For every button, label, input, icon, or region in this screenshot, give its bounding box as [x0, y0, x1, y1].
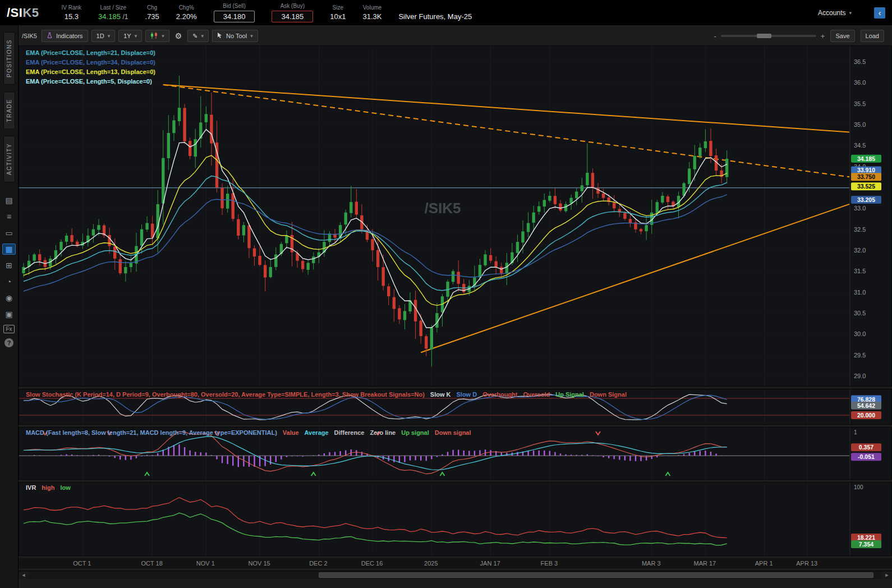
zoom-slider-thumb[interactable] [757, 34, 771, 38]
svg-text:30.0: 30.0 [854, 330, 866, 337]
macd-zeroline-label: Zero line [370, 429, 396, 436]
settings-button[interactable]: ⚙ [173, 30, 185, 42]
calendar-icon[interactable]: ▣ [2, 309, 16, 320]
chart-type-dropdown[interactable]: ▾ [145, 30, 169, 42]
overbought-label: Overbought [482, 391, 517, 398]
drawing-tools-dropdown[interactable]: ✎ ▾ [187, 30, 209, 42]
charts-icon[interactable]: ▦ [2, 244, 16, 255]
bid-button[interactable]: Bid (Sell) 34.180 [214, 3, 255, 22]
last-size-field: Last / Size 34.185 /1 [98, 4, 128, 21]
clock-icon[interactable]: ◔ [2, 276, 16, 287]
save-button[interactable]: Save [830, 30, 854, 42]
iv-rank-value: 15.3 [65, 12, 79, 21]
fx-icon[interactable]: Fx [3, 325, 15, 333]
main-body: POSITIONS TRADE ACTIVITY ▤ ≡ ▭ ▦ ⊞ ◔ ◉ ▣… [0, 25, 892, 588]
grid-icon[interactable]: ⊞ [2, 260, 16, 271]
ask-value[interactable]: 34.185 [272, 11, 313, 22]
load-button[interactable]: Load [861, 30, 884, 42]
svg-text:1: 1 [854, 429, 857, 435]
macd-pane[interactable]: 10.357-0.051 MACD (Fast length=8, Slow l… [19, 427, 892, 480]
zoom-in-button[interactable]: + [821, 32, 825, 40]
svg-text:33.205: 33.205 [857, 196, 875, 203]
macd-up-signal-label: Up signal [401, 429, 429, 436]
accounts-dropdown[interactable]: Accounts ▾ [818, 9, 852, 17]
iv-rank-label: IV Rank [62, 4, 82, 11]
down-signal-label: Down Signal [590, 391, 627, 398]
indicators-button[interactable]: Indicators [42, 30, 88, 42]
svg-text:31.5: 31.5 [854, 268, 866, 274]
timeframe-value: 1D [96, 33, 104, 39]
macd-average-label: Average [305, 429, 329, 436]
active-tool-label: No Tool [226, 33, 247, 39]
toolbar-right-group: - + Save Load [714, 30, 889, 42]
iv-rank-field: IV Rank 15.3 [62, 4, 82, 21]
ema-21-label[interactable]: EMA (Price=CLOSE, Length=21, Displace=0) [26, 49, 155, 56]
svg-text:0.357: 0.357 [859, 444, 873, 451]
svg-text:32.5: 32.5 [854, 226, 866, 233]
ema-34-label[interactable]: EMA (Price=CLOSE, Length=34, Displace=0) [26, 59, 155, 66]
scroll-right-button[interactable]: ► [882, 572, 892, 578]
size-label: Size [333, 4, 343, 11]
bid-value[interactable]: 34.180 [214, 11, 255, 22]
cursor-icon [217, 32, 223, 40]
ask-button[interactable]: Ask (Buy) 34.185 [272, 3, 313, 22]
ivr-pane[interactable]: 10018.2217.354 IVR high low [19, 482, 892, 556]
slow-d-label: Slow D [457, 391, 477, 398]
ema-5-label[interactable]: EMA (Price=CLOSE, Length=5, Displace=0) [26, 78, 155, 85]
document-icon[interactable]: ▤ [2, 195, 16, 206]
candlestick-icon [150, 32, 158, 40]
up-signal-label: Up Signal [555, 391, 584, 398]
sidebar-tab-trade[interactable]: TRADE [3, 91, 15, 129]
macd-down-signal-label: Down signal [435, 429, 471, 436]
horizontal-scrollbar[interactable]: ◄ ► [19, 571, 892, 579]
symbol-title[interactable]: /SIK5 [7, 6, 39, 20]
chevron-down-icon: ▾ [201, 33, 204, 39]
help-icon[interactable]: ? [4, 338, 13, 347]
price-chart-canvas[interactable]: /SIK529.029.530.030.531.031.532.032.533.… [19, 46, 891, 386]
svg-text:7.354: 7.354 [859, 541, 873, 548]
chart-content: /SIK5 Indicators 1D ▾ 1Y ▾ ▾ ⚙ [19, 25, 892, 588]
svg-text:33.910: 33.910 [857, 167, 875, 173]
target-icon[interactable]: ◉ [2, 292, 16, 304]
ema-13-label[interactable]: EMA (Price=CLOSE, Length=13, Displace=0) [26, 68, 155, 75]
ivr-legend: IVR high low [26, 484, 71, 491]
list-icon[interactable]: ≡ [2, 211, 16, 222]
active-tool-dropdown[interactable]: No Tool ▾ [212, 30, 258, 42]
svg-text:30.5: 30.5 [854, 310, 866, 316]
svg-text:/SIK5: /SIK5 [424, 200, 461, 217]
svg-text:35.0: 35.0 [854, 121, 866, 128]
accounts-label: Accounts [818, 9, 845, 17]
svg-text:100: 100 [854, 484, 863, 490]
timeframe-dropdown[interactable]: 1D ▾ [91, 30, 116, 42]
sidebar-tab-positions[interactable]: POSITIONS [3, 32, 15, 85]
indicators-label: Indicators [56, 33, 83, 39]
svg-text:34.5: 34.5 [854, 142, 866, 149]
scrollbar-thumb[interactable] [319, 572, 873, 578]
svg-text:31.0: 31.0 [854, 289, 866, 296]
pencil-icon: ✎ [192, 33, 197, 40]
chg-pct-field: Chg% 2.20% [176, 4, 197, 21]
svg-text:35.5: 35.5 [854, 100, 866, 107]
sidebar-tab-activity[interactable]: ACTIVITY [3, 136, 15, 182]
price-chart-pane[interactable]: /SIK529.029.530.030.531.031.532.032.533.… [19, 45, 892, 387]
collapse-panel-button[interactable]: ‹ [874, 7, 885, 19]
svg-text:33.0: 33.0 [854, 205, 866, 212]
chg-pct-label: Chg% [179, 4, 194, 11]
monitor-icon[interactable]: ▭ [2, 227, 16, 238]
stochastic-title[interactable]: Slow Stochastic (K Period=14, D Period=9… [26, 391, 425, 398]
volume-field: Volume 31.3K [362, 4, 381, 21]
zoom-control: - + [714, 32, 825, 40]
chevron-down-icon: ▾ [162, 33, 164, 39]
stochastic-pane[interactable]: 76.82854.64220.000 Slow Stochastic (K Pe… [19, 389, 892, 425]
last-size-label: Last / Size [100, 4, 126, 11]
chart-toolbar: /SIK5 Indicators 1D ▾ 1Y ▾ ▾ ⚙ [19, 29, 892, 43]
macd-title[interactable]: MACD (Fast length=8, Slow length=21, MAC… [26, 429, 277, 436]
zoom-out-button[interactable]: - [714, 32, 716, 40]
ivr-title[interactable]: IVR [26, 484, 36, 491]
zoom-slider[interactable] [721, 35, 816, 37]
flask-icon [47, 32, 53, 40]
scrollbar-track[interactable] [29, 571, 882, 579]
ivr-canvas[interactable]: 10018.2217.354 [19, 483, 891, 555]
scroll-left-button[interactable]: ◄ [19, 572, 29, 578]
range-dropdown[interactable]: 1Y ▾ [118, 30, 142, 42]
